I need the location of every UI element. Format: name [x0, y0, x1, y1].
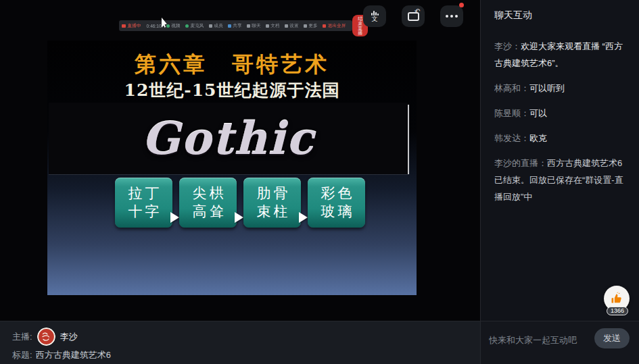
- concept-boxes: 拉丁 十字 尖栱 高耸 肋骨 束柱 彩色 玻璃: [115, 178, 372, 228]
- concept-box-rib-vault: 肋骨 束柱: [243, 178, 301, 228]
- speech-to-text-icon: 文: [371, 11, 379, 22]
- chat-message: 李沙：欢迎大家来观看直播 “西方古典建筑艺术6”。: [494, 38, 628, 72]
- camera-icon: [166, 24, 170, 28]
- live-signal-icon: [122, 24, 126, 28]
- toolbar-item-share[interactable]: 共享: [228, 22, 242, 29]
- sender-name: 林高和：: [494, 83, 529, 93]
- notification-dot: [459, 3, 464, 7]
- share-screen-icon: [228, 24, 231, 28]
- toolbar-item-more[interactable]: 更多: [304, 22, 318, 29]
- chat-icon: [247, 24, 250, 28]
- chat-message: 林高和：可以听到: [494, 80, 628, 97]
- chat-input[interactable]: [489, 330, 590, 350]
- like-count-badge: 1366: [607, 307, 628, 315]
- chat-message-list: 李沙：欢迎大家来观看直播 “西方古典建筑艺术6”。 林高和：可以听到 陈昱顺：可…: [481, 22, 639, 205]
- presentation-slide: 第六章 哥特艺术 12世纪-15世纪起源于法国 Gothic 拉丁 十字 尖栱 …: [47, 41, 417, 295]
- thumbs-up-icon: [610, 292, 623, 305]
- speech-to-text-button[interactable]: 文: [363, 5, 386, 27]
- message-text: 可以: [529, 108, 547, 118]
- send-button[interactable]: 发送: [594, 328, 630, 348]
- screen-share-toolbar: 直播中 0:46:10 视频 麦克风 成员 共享 聊天 文档: [119, 20, 352, 31]
- live-timer: 0:46:10: [146, 24, 162, 28]
- exit-fullscreen-icon: [323, 24, 326, 28]
- chat-panel-title: 聊天互动: [481, 0, 639, 22]
- host-row: 主播: 李沙: [12, 328, 78, 346]
- toolbar-item-chat[interactable]: 聊天: [247, 22, 261, 29]
- message-text: 可以听到: [529, 83, 565, 93]
- chat-message: 陈昱顺：可以: [494, 105, 628, 122]
- gear-icon: [285, 24, 288, 28]
- sender-name: 李沙：: [494, 41, 521, 51]
- concept-box-pointed-arch: 尖栱 高耸: [179, 178, 237, 228]
- host-avatar[interactable]: [37, 328, 55, 346]
- live-video-stage: 直播中 0:46:10 视频 麦克风 成员 共享 聊天 文档: [0, 0, 480, 321]
- toolbar-item-exit-fullscreen[interactable]: 退出全屏: [323, 22, 346, 29]
- stream-info-bar: 主播: 李沙 标题: 西方古典建筑艺术6: [0, 321, 480, 364]
- right-arrow-icon: [170, 212, 179, 223]
- stream-title-value: 西方古典建筑艺术6: [36, 349, 111, 361]
- chat-input-bar: 发送: [480, 321, 639, 364]
- banner-right-edge-line: [408, 105, 409, 174]
- toolbar-item-mic[interactable]: 麦克风: [185, 22, 204, 29]
- system-message: 李沙的直播：西方古典建筑艺术6 已结束。回放已保存在“群设置-直播回放”中: [494, 155, 628, 205]
- members-icon: [209, 24, 212, 28]
- right-arrow-icon: [235, 212, 243, 223]
- stream-title-label: 标题:: [12, 349, 32, 361]
- rotate-screen-icon: ↶: [408, 12, 419, 21]
- seal-avatar-icon: [37, 328, 55, 346]
- toolbar-item-settings[interactable]: 设置: [285, 22, 299, 29]
- more-icon: [304, 24, 307, 28]
- more-options-button[interactable]: [440, 5, 463, 27]
- concept-box-latin-cross: 拉丁 十字: [115, 178, 172, 228]
- stream-title-row: 标题: 西方古典建筑艺术6: [12, 349, 111, 361]
- host-label: 主播:: [12, 331, 32, 343]
- toolbar-item-camera[interactable]: 视频: [166, 22, 181, 29]
- host-name: 李沙: [60, 331, 78, 343]
- chat-panel: 聊天互动 李沙：欢迎大家来观看直播 “西方古典建筑艺术6”。 林高和：可以听到 …: [480, 0, 639, 321]
- right-arrow-icon: [299, 212, 308, 223]
- rotate-screen-button[interactable]: ↶: [402, 5, 425, 27]
- concept-box-stained-glass: 彩色 玻璃: [308, 178, 365, 228]
- gothic-banner-image: Gothic: [49, 103, 408, 174]
- chat-message: 韩发达：欧克: [494, 130, 628, 147]
- sender-name: 陈昱顺：: [494, 108, 529, 118]
- ellipsis-icon: [446, 15, 458, 18]
- sender-name: 李沙的直播：: [494, 158, 547, 168]
- toolbar-item-doc[interactable]: 文档: [266, 22, 280, 29]
- sender-name: 韩发达：: [494, 133, 529, 143]
- doc-icon: [266, 24, 269, 28]
- slide-chapter-title: 第六章 哥特艺术: [47, 50, 417, 80]
- toolbar-item-members[interactable]: 成员: [209, 22, 223, 29]
- like-widget: 1366: [604, 286, 631, 317]
- message-text: 欧克: [529, 133, 547, 143]
- slide-subtitle: 12世纪-15世纪起源于法国: [47, 79, 417, 101]
- mic-icon: [185, 24, 189, 28]
- live-status: 直播中: [122, 22, 141, 29]
- gothic-banner-text: Gothic: [141, 112, 314, 165]
